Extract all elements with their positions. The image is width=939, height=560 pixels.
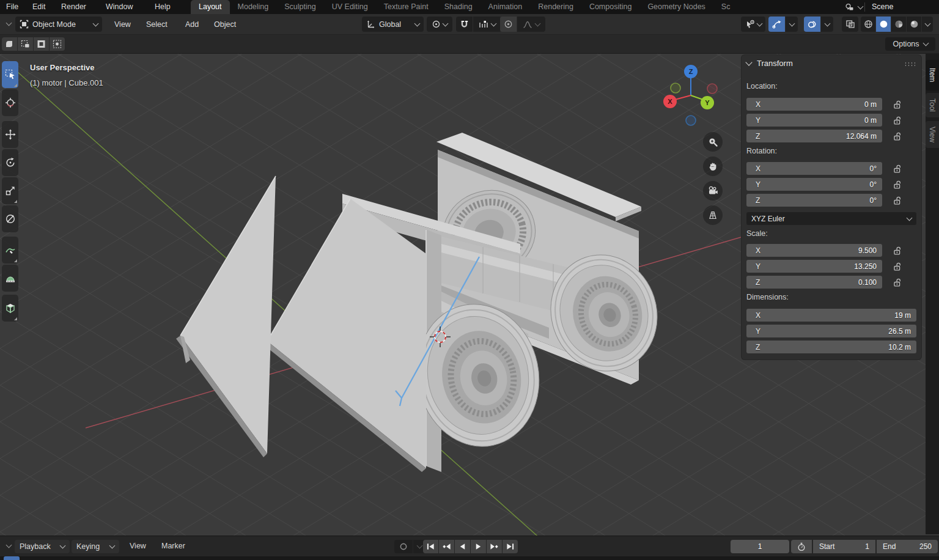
select-mode-set[interactable] — [2, 37, 17, 51]
gizmo-axis-neg-z[interactable] — [686, 116, 696, 125]
tab-sculpting[interactable]: Sculpting — [276, 0, 323, 14]
jump-to-end-button[interactable] — [503, 540, 518, 553]
menu-view[interactable]: View — [111, 14, 134, 35]
editor-type-chevron-icon[interactable] — [6, 542, 12, 548]
tool-add-cube[interactable] — [2, 295, 18, 322]
lock-open-icon[interactable] — [893, 278, 902, 287]
camera-view-button[interactable] — [703, 181, 723, 201]
menu-edit[interactable]: Edit — [29, 0, 50, 14]
lock-open-icon[interactable] — [893, 164, 902, 174]
location-z-field[interactable]: Z 12.064 m — [746, 130, 882, 142]
menu-help[interactable]: Help — [151, 0, 174, 14]
options-dropdown[interactable]: Options — [885, 37, 935, 51]
falloff-dropdown[interactable] — [517, 17, 545, 32]
dimensions-x-field[interactable]: X 19 m — [746, 309, 916, 322]
lock-open-icon[interactable] — [893, 131, 902, 141]
start-frame-field[interactable]: Start 1 — [813, 540, 875, 553]
tool-transform[interactable] — [2, 205, 18, 232]
play-reverse-button[interactable] — [455, 540, 470, 553]
location-x-field[interactable]: X 0 m — [746, 98, 882, 111]
grid-perspective-button[interactable] — [703, 205, 723, 225]
scene-selector[interactable] — [845, 0, 863, 14]
editor-type-chevron-icon[interactable] — [6, 20, 12, 26]
gizmo-toggle[interactable] — [768, 17, 785, 32]
sidebar-tab-view[interactable]: View — [926, 121, 939, 148]
scale-y-field[interactable]: Y 13.250 — [746, 260, 882, 273]
select-mode-invert[interactable] — [50, 37, 65, 51]
tab-layout[interactable]: Layout — [191, 0, 230, 14]
zoom-button[interactable] — [703, 132, 723, 152]
keying-dropdown[interactable]: Keying — [72, 540, 119, 553]
tool-rotate[interactable] — [2, 149, 18, 176]
snap-toggle[interactable] — [456, 17, 473, 32]
gizmo-axis-z[interactable]: Z — [684, 65, 698, 78]
menu-view[interactable]: View — [127, 536, 149, 556]
select-mode-subtract[interactable] — [34, 37, 49, 51]
play-button[interactable] — [471, 540, 486, 553]
lock-open-icon[interactable] — [893, 262, 902, 271]
sidebar-tab-tool[interactable]: Tool — [926, 93, 939, 117]
tool-cursor[interactable] — [2, 89, 18, 116]
dimensions-z-field[interactable]: Z 10.2 m — [746, 341, 916, 353]
visibility-dropdown[interactable] — [741, 17, 765, 32]
jump-to-start-button[interactable] — [423, 540, 438, 553]
menu-object[interactable]: Object — [211, 14, 239, 35]
end-frame-field[interactable]: End 250 — [877, 540, 938, 553]
current-frame-field[interactable]: 1 — [731, 540, 789, 553]
timeline-track[interactable] — [0, 556, 939, 560]
rotation-z-field[interactable]: Z 0° — [746, 194, 882, 207]
overlays-toggle[interactable] — [804, 17, 820, 32]
use-preview-range-toggle[interactable] — [791, 540, 812, 553]
lock-open-icon[interactable] — [893, 100, 902, 109]
navigation-gizmo[interactable]: Z X Y — [661, 63, 720, 127]
location-y-field[interactable]: Y 0 m — [746, 114, 882, 127]
dimensions-y-field[interactable]: Y 26.5 m — [746, 325, 916, 337]
prev-keyframe-button[interactable] — [439, 540, 454, 553]
tab-modeling[interactable]: Modeling — [230, 0, 277, 14]
tab-texture-paint[interactable]: Texture Paint — [376, 0, 436, 14]
menu-file[interactable]: File — [2, 0, 22, 14]
proportional-toggle[interactable] — [500, 17, 517, 32]
menu-render[interactable]: Render — [57, 0, 90, 14]
gizmo-axis-x[interactable]: X — [663, 95, 677, 108]
sidebar-tab-item[interactable]: Item — [926, 60, 939, 90]
shading-solid[interactable] — [876, 17, 891, 32]
tab-animation[interactable]: Animation — [481, 0, 531, 14]
rotation-x-field[interactable]: X 0° — [746, 162, 882, 175]
lock-open-icon[interactable] — [893, 196, 902, 205]
menu-marker[interactable]: Marker — [159, 536, 188, 556]
tool-measure[interactable] — [2, 265, 18, 292]
panel-header[interactable]: Transform — [746, 59, 793, 68]
snap-target-dropdown[interactable] — [473, 17, 501, 32]
select-mode-extend[interactable] — [18, 37, 33, 51]
gizmo-dropdown[interactable] — [786, 17, 798, 32]
mode-dropdown[interactable]: Object Mode — [15, 17, 102, 32]
autokey-toggle[interactable] — [394, 540, 413, 553]
panel-grip-icon[interactable] — [904, 62, 915, 67]
overlays-dropdown[interactable] — [821, 17, 833, 32]
playback-dropdown[interactable]: Playback — [15, 540, 70, 553]
menu-window[interactable]: Window — [102, 0, 136, 14]
current-frame-indicator[interactable] — [4, 556, 20, 560]
gizmo-axis-neg-x[interactable] — [707, 84, 717, 94]
menu-select[interactable]: Select — [143, 14, 171, 35]
scene-name[interactable]: Scene — [868, 0, 897, 14]
menu-add[interactable]: Add — [182, 14, 202, 35]
next-keyframe-button[interactable] — [487, 540, 502, 553]
tool-select-box[interactable] — [2, 61, 18, 88]
orientation-dropdown[interactable]: Global — [362, 17, 424, 32]
pivot-point-dropdown[interactable] — [427, 17, 452, 32]
tab-shading[interactable]: Shading — [436, 0, 481, 14]
gizmo-axis-neg-y[interactable] — [671, 83, 680, 93]
tool-move[interactable] — [2, 121, 18, 148]
gizmo-axis-y[interactable]: Y — [701, 96, 714, 109]
shading-wireframe[interactable] — [861, 17, 875, 32]
tab-uv-editing[interactable]: UV Editing — [324, 0, 376, 14]
scale-z-field[interactable]: Z 0.100 — [746, 276, 882, 289]
shading-rendered[interactable] — [907, 17, 921, 32]
tab-geometry-nodes[interactable]: Geometry Nodes — [639, 0, 713, 14]
tool-annotate[interactable] — [2, 237, 18, 263]
lock-open-icon[interactable] — [893, 246, 902, 256]
xray-toggle[interactable] — [842, 17, 858, 32]
tab-compositing[interactable]: Compositing — [581, 0, 639, 14]
